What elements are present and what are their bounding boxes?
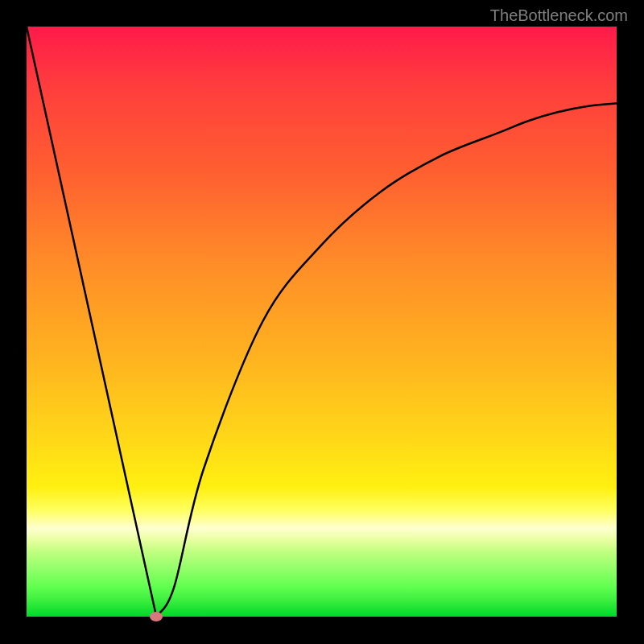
plot-area xyxy=(27,27,617,617)
optimal-point-marker xyxy=(150,612,163,621)
bottleneck-curve xyxy=(27,27,617,617)
attribution-label: TheBottleneck.com xyxy=(490,6,628,25)
chart-container: TheBottleneck.com xyxy=(0,0,644,644)
